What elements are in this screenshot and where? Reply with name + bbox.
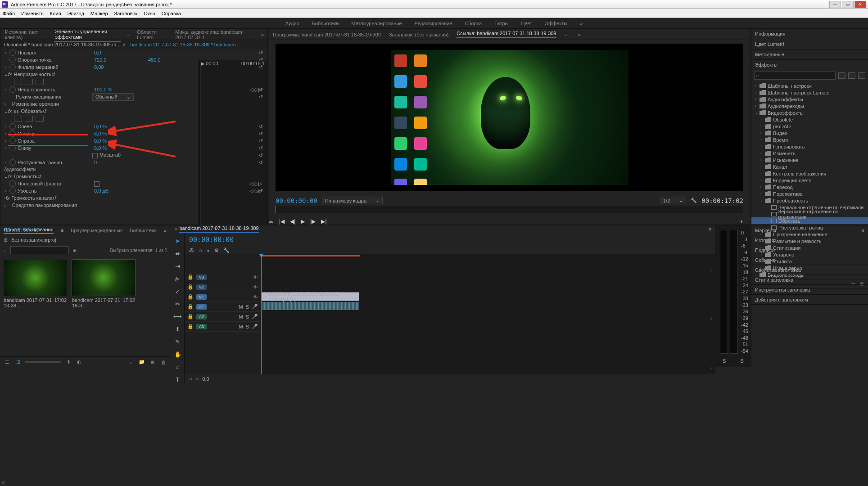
rect-mask-icon[interactable] <box>25 79 33 85</box>
reset-icon[interactable]: ↺ <box>51 72 55 77</box>
hand-tool[interactable]: ✋ <box>174 350 182 358</box>
tab-source[interactable]: Источник: (нет клипов) <box>4 27 48 42</box>
project-item[interactable]: bandicam 2017-07-31 18-38...17:02 <box>4 260 67 308</box>
settings-icon[interactable]: ⚙ <box>214 248 219 253</box>
reset-icon[interactable]: ↺ <box>53 195 57 201</box>
track-v3[interactable]: 🔒V3👁 <box>185 272 261 282</box>
tab-audio-mixer[interactable]: Микш. аудиоклипа: bandicam 2017-07-31 1 <box>174 27 255 42</box>
crop-right-value[interactable]: 0,0 % <box>94 138 148 144</box>
track-v1[interactable]: 🔒V1👁 <box>185 292 261 302</box>
reset-icon[interactable]: ↺ <box>259 50 263 56</box>
tree-audio-trans[interactable]: ›Аудиопереходы <box>751 103 868 109</box>
pen-mask-icon[interactable] <box>36 116 44 122</box>
effects-search-input[interactable] <box>754 72 836 80</box>
reset-icon[interactable]: ↺ <box>259 87 263 93</box>
reset-icon[interactable]: ↺ <box>43 108 47 114</box>
blend-mode-select[interactable]: Обычный⌄ <box>92 93 134 101</box>
rate-stretch-tool[interactable]: ⤢ <box>174 287 182 295</box>
title-actions-header[interactable]: Действия с заголовком <box>751 295 868 305</box>
zoom-tool[interactable]: ⌕ <box>174 363 182 371</box>
menu-sequence[interactable]: Эпизод <box>68 11 84 16</box>
bypass-checkbox[interactable] <box>94 181 99 187</box>
selection-tool[interactable]: ➤ <box>174 237 182 245</box>
crop-bottom-value[interactable]: 8,0 % <box>94 145 148 151</box>
tree-color-correction[interactable]: ›Коррекция цвета <box>751 177 868 184</box>
reset-icon[interactable]: ↺ <box>259 188 263 194</box>
workspace-color[interactable]: Цвет <box>521 21 532 26</box>
reset-icon[interactable]: ↺ <box>259 57 263 63</box>
timeline-ruler[interactable] <box>261 254 715 263</box>
effects-panel-header[interactable]: Эффекты≡ <box>751 60 868 70</box>
menu-file[interactable]: Файл <box>3 11 15 16</box>
menu-title[interactable]: Заголовок <box>114 11 138 16</box>
track-select-tool[interactable]: ⬌ <box>174 249 182 257</box>
wrench-icon[interactable]: 🔧 <box>223 248 230 253</box>
marker-icon[interactable]: ⬧ <box>207 248 210 253</box>
go-to-out-button[interactable]: ▶| <box>321 218 326 225</box>
resolution-select[interactable]: 1/2⌄ <box>660 197 686 204</box>
tree-distort[interactable]: ›Искажение <box>751 157 868 163</box>
add-button-icon[interactable]: + <box>740 218 743 225</box>
play-button[interactable]: ▶ <box>301 218 305 225</box>
panel-menu-icon[interactable]: ≡ <box>709 226 711 232</box>
minimize-button[interactable]: — <box>829 1 841 8</box>
tab-overflow[interactable]: » <box>261 32 264 37</box>
program-video-area[interactable] <box>276 44 743 191</box>
reset-icon[interactable]: ↺ <box>259 124 263 130</box>
stopwatch-icon[interactable] <box>9 159 16 166</box>
stopwatch-icon[interactable] <box>9 138 16 144</box>
tab-overflow[interactable]: » <box>578 32 581 37</box>
tree-presets[interactable]: ›Шаблоны настроек <box>751 82 868 89</box>
filter-icon[interactable] <box>848 72 855 79</box>
workspace-audio[interactable]: Аудио <box>285 21 299 26</box>
tab-lumetri-scopes[interactable]: Области Lumetri <box>136 27 168 42</box>
scroll-down-icon[interactable]: ○ <box>710 316 712 321</box>
linked-selection-icon[interactable]: ∩ <box>199 248 202 253</box>
anchor-y-value[interactable]: 450,0 <box>148 57 175 63</box>
step-forward-button[interactable]: |▶ <box>310 218 316 225</box>
stopwatch-icon[interactable] <box>9 180 16 187</box>
trash-icon[interactable]: 🗑 <box>160 359 167 365</box>
stopwatch-icon[interactable] <box>9 86 16 93</box>
slide-tool[interactable]: ⬍ <box>174 325 182 333</box>
rolling-edit-tool[interactable]: ⫸ <box>174 274 182 283</box>
new-bin-icon[interactable]: 📁 <box>138 359 145 365</box>
opacity-value[interactable]: 100,0 % <box>94 87 148 92</box>
reset-icon[interactable]: ↺ <box>259 138 263 144</box>
scroll-up-icon[interactable]: ○ <box>710 268 712 273</box>
tree-transform[interactable]: ⌄Преобразовать <box>751 197 868 204</box>
ellipse-mask-icon[interactable] <box>14 79 22 85</box>
pen-tool[interactable]: ✎ <box>174 338 182 346</box>
menu-edit[interactable]: Изменить <box>21 11 44 16</box>
rotation-value[interactable]: 0,0 <box>94 50 148 55</box>
project-search-input[interactable] <box>10 246 69 254</box>
tree-obsolete[interactable]: ›Obsolete <box>751 116 868 123</box>
gang-icon[interactable]: ⫘ <box>268 218 274 225</box>
crop-feather-value[interactable]: 0 <box>94 160 148 165</box>
tree-video-fx[interactable]: ⌄Видеоэффекты <box>751 109 868 116</box>
program-scrubber[interactable] <box>276 206 743 213</box>
stopwatch-icon[interactable] <box>9 57 16 63</box>
slip-tool[interactable]: ⟷ <box>174 312 182 320</box>
tree-prodad[interactable]: ›proDAD <box>751 123 868 130</box>
playhead[interactable] <box>261 254 262 374</box>
tab-program[interactable]: Программа: bandicam 2017-07-31 18-38-19-… <box>273 32 381 37</box>
title-tools-header[interactable]: Инструменты заголовка <box>751 285 868 295</box>
tab-effect-controls[interactable]: Элементы управления эффектами <box>54 27 121 42</box>
reset-icon[interactable]: ↺ <box>259 131 263 137</box>
snap-icon[interactable]: ⁂ <box>189 248 194 253</box>
panel-menu-icon[interactable]: ≡ <box>127 32 130 37</box>
maximize-button[interactable]: ▭ <box>842 1 854 8</box>
track-a1[interactable]: 🔒A1MS🎤 <box>185 302 261 312</box>
ellipse-mask-icon[interactable] <box>14 116 22 122</box>
video-clip[interactable]: fxbandicam 2017-07-31 18-38-19-309.mp4 [… <box>261 292 359 301</box>
reset-icon[interactable]: ↺ <box>259 94 263 100</box>
reset-icon[interactable]: ↺ <box>259 160 263 166</box>
reset-icon[interactable]: ↺ <box>259 145 263 151</box>
workspace-libraries[interactable]: Библиотеки <box>312 21 339 26</box>
icon-view-icon[interactable]: ⊞ <box>14 359 22 365</box>
reset-icon[interactable]: ↺ <box>37 174 41 180</box>
track-a3[interactable]: 🔒A3MS🎤 <box>185 322 261 332</box>
menu-help[interactable]: Справка <box>162 11 181 16</box>
project-item[interactable]: bandicam 2017-07-31 18-3...17:02 <box>72 260 135 308</box>
